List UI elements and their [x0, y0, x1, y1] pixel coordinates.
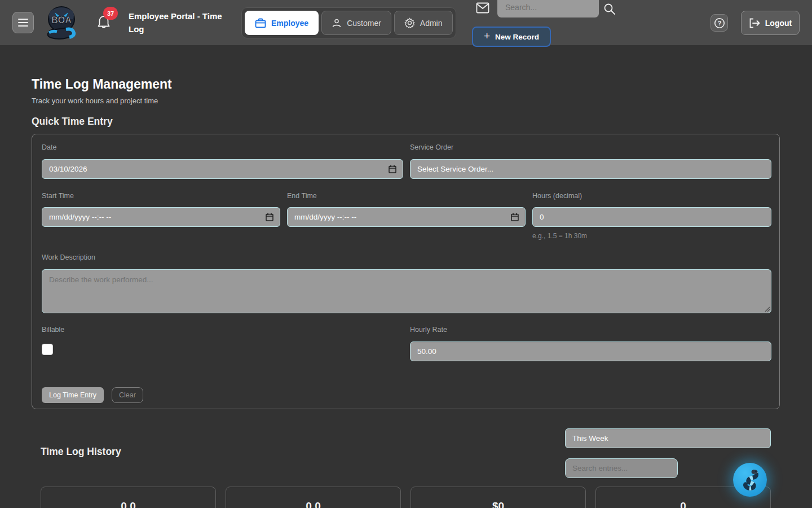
- hours-hint: e.g., 1.5 = 1h 30m: [532, 232, 587, 240]
- question-circle-icon: ?: [714, 17, 725, 29]
- history-filter-value: This Week: [572, 434, 608, 443]
- tab-label: Admin: [420, 19, 443, 28]
- tab-admin[interactable]: Admin: [394, 11, 453, 35]
- page-header-title: Employee Portal - Time Log: [129, 10, 235, 36]
- svg-text:?: ?: [717, 20, 721, 27]
- svg-text:BOA: BOA: [51, 15, 72, 25]
- tab-customer[interactable]: Customer: [321, 11, 391, 35]
- gear-icon: [404, 17, 415, 28]
- stat-value: 0.0: [41, 500, 215, 508]
- stat-value: 0.0: [226, 500, 400, 508]
- mail-icon[interactable]: [476, 2, 489, 14]
- logout-button[interactable]: Logout: [741, 11, 800, 35]
- stat-value: $0: [411, 500, 585, 508]
- quick-entry-form: Date 03/10/2026 Service Order Select Ser…: [32, 134, 780, 409]
- top-navbar: BOA 37 Employee Portal - Time Log Employ…: [0, 0, 812, 45]
- end-time-label: End Time: [287, 192, 317, 200]
- help-button[interactable]: ?: [710, 14, 728, 32]
- quick-entry-heading: Quick Time Entry: [32, 116, 113, 128]
- stat-card-billable: 0.0: [226, 487, 401, 508]
- hours-input[interactable]: [532, 207, 771, 227]
- plus-icon: +: [484, 30, 490, 42]
- stat-card-hours: 0.0: [41, 487, 216, 508]
- new-record-button[interactable]: + New Record: [472, 27, 551, 47]
- service-order-select[interactable]: Select Service Order...: [410, 159, 771, 179]
- history-filter-select[interactable]: This Week: [565, 428, 771, 448]
- log-time-entry-button[interactable]: Log Time Entry: [42, 387, 104, 403]
- work-description-label: Work Description: [42, 253, 95, 261]
- notification-badge: 37: [103, 7, 118, 20]
- hours-label: Hours (decimal): [532, 192, 582, 200]
- search-icon[interactable]: [603, 2, 616, 16]
- hourly-rate-label: Hourly Rate: [410, 326, 447, 334]
- date-value: 03/10/2026: [49, 165, 87, 173]
- hamburger-menu-button[interactable]: [12, 12, 34, 33]
- page-subtitle: Track your work hours and project time: [32, 97, 158, 105]
- assistant-fab-button[interactable]: [733, 463, 767, 497]
- calendar-icon[interactable]: [511, 213, 519, 221]
- billable-checkbox[interactable]: [42, 344, 53, 355]
- logout-label: Logout: [765, 19, 792, 28]
- tab-label: Employee: [271, 19, 308, 28]
- new-record-label: New Record: [495, 33, 539, 41]
- end-time-input[interactable]: mm/dd/yyyy --:-- --: [287, 207, 526, 227]
- tab-label: Customer: [347, 19, 381, 28]
- calendar-icon[interactable]: [389, 165, 396, 173]
- service-order-value: Select Service Order...: [417, 165, 493, 173]
- hourly-rate-input[interactable]: [410, 341, 771, 361]
- end-time-value: mm/dd/yyyy --:-- --: [294, 213, 356, 221]
- work-description-textarea[interactable]: [42, 269, 771, 313]
- global-search-input[interactable]: [497, 0, 599, 17]
- start-time-label: Start Time: [42, 192, 74, 200]
- cobra-logo-icon: BOA: [45, 5, 78, 41]
- hamburger-icon: [18, 19, 28, 20]
- stat-card-amount: $0: [411, 487, 586, 508]
- role-tabs: Employee Customer Admin: [241, 7, 456, 38]
- logout-icon: [749, 18, 760, 28]
- person-icon: [332, 18, 342, 28]
- start-time-input[interactable]: mm/dd/yyyy --:-- --: [42, 207, 280, 227]
- briefcase-icon: [255, 18, 266, 28]
- page-title: Time Log Management: [32, 77, 172, 92]
- clear-button[interactable]: Clear: [112, 387, 143, 403]
- calendar-icon[interactable]: [266, 213, 273, 221]
- tab-employee[interactable]: Employee: [245, 11, 319, 35]
- start-time-value: mm/dd/yyyy --:-- --: [49, 213, 111, 221]
- service-order-label: Service Order: [410, 143, 453, 151]
- billable-label: Billable: [42, 326, 64, 334]
- history-search-input[interactable]: [565, 458, 678, 478]
- brand-logo: BOA: [45, 5, 78, 41]
- notifications-button[interactable]: 37: [96, 7, 121, 33]
- date-input[interactable]: 03/10/2026: [42, 159, 403, 179]
- history-heading: Time Log History: [41, 446, 121, 458]
- snake-icon: [739, 467, 761, 492]
- stat-value: 0: [596, 500, 770, 508]
- date-label: Date: [42, 143, 56, 151]
